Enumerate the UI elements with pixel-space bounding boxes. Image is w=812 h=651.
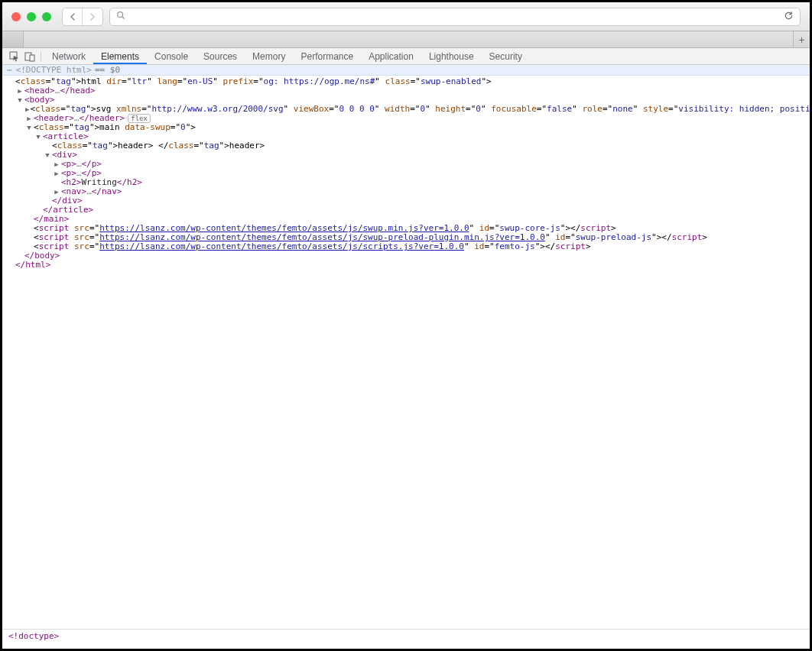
expand-toggle-icon[interactable]: ▶ xyxy=(25,114,33,123)
svg-rect-4 xyxy=(30,55,34,61)
tab-performance[interactable]: Performance xyxy=(293,48,361,64)
separator xyxy=(41,51,41,62)
browser-tab-bar: + xyxy=(2,31,810,48)
tab-spacer xyxy=(24,31,793,47)
dom-node[interactable]: ▶ <p>…</p> xyxy=(2,160,810,169)
dom-code: </html> xyxy=(15,261,50,270)
tab-memory[interactable]: Memory xyxy=(245,48,293,64)
expand-toggle-icon[interactable]: ▶ xyxy=(53,160,60,169)
selected-marker: == $0 xyxy=(95,65,120,75)
dom-node[interactable]: <class="tag">html dir="ltr" lang="en-US"… xyxy=(2,77,810,86)
dom-node[interactable]: </html> xyxy=(2,261,810,270)
nav-buttons xyxy=(62,8,103,26)
search-icon xyxy=(116,11,125,22)
tab-sources[interactable]: Sources xyxy=(196,48,245,64)
dom-code: <class="tag">svg xmlns="http://www.w3.or… xyxy=(30,105,810,114)
tab-lighthouse[interactable]: Lighthouse xyxy=(421,48,482,64)
devtools-tabs: Network Elements Console Sources Memory … xyxy=(44,48,530,64)
tab-network[interactable]: Network xyxy=(44,48,93,64)
tab-console[interactable]: Console xyxy=(147,48,196,64)
expand-toggle-icon[interactable]: ▶ xyxy=(16,86,24,96)
dom-node[interactable]: ▶ <nav>…</nav> xyxy=(2,187,810,196)
collapse-toggle-icon[interactable]: ▼ xyxy=(25,123,33,132)
device-toolbar-icon[interactable] xyxy=(22,48,37,64)
forward-button[interactable] xyxy=(83,8,102,25)
collapse-toggle-icon[interactable]: ▼ xyxy=(44,151,51,160)
dom-tree[interactable]: <class="tag">html dir="ltr" lang="en-US"… xyxy=(2,76,810,643)
devtools-toolbar: Network Elements Console Sources Memory … xyxy=(2,48,810,65)
dom-node[interactable]: </body> xyxy=(2,251,810,261)
dom-code: <class="tag">header> </class="tag">heade… xyxy=(52,141,265,151)
tab-elements[interactable]: Elements xyxy=(93,48,147,64)
safari-toolbar xyxy=(2,2,810,31)
window-maximize-button[interactable] xyxy=(42,12,51,21)
collapse-toggle-icon[interactable]: ▼ xyxy=(16,96,24,105)
selected-node-row[interactable]: ⋯ <!DOCTYPE html> == $0 xyxy=(2,65,810,76)
window-minimize-button[interactable] xyxy=(27,12,36,21)
expand-toggle-icon[interactable]: ▶ xyxy=(53,169,60,178)
traffic-lights xyxy=(11,12,51,21)
tab-security[interactable]: Security xyxy=(482,48,530,64)
breadcrumb[interactable]: <!doctype> xyxy=(2,629,810,643)
dom-node[interactable]: </div> xyxy=(2,196,810,206)
expand-toggle-icon[interactable]: ▶ xyxy=(25,105,29,114)
doctype-text: <!DOCTYPE html> xyxy=(16,65,92,75)
dom-node[interactable]: </article> xyxy=(2,206,810,215)
dom-node[interactable]: <h2>Writing</h2> xyxy=(2,178,810,187)
tab-application[interactable]: Application xyxy=(361,48,421,64)
url-bar[interactable] xyxy=(109,8,801,26)
dom-node[interactable]: <script src="https://lsanz.com/wp-conten… xyxy=(2,242,810,251)
dom-code: <script src="https://lsanz.com/wp-conten… xyxy=(34,242,591,251)
browser-tab[interactable] xyxy=(2,31,24,47)
dom-node[interactable]: <class="tag">header> </class="tag">heade… xyxy=(2,141,810,151)
dom-node[interactable]: ▼ <div> xyxy=(2,151,810,160)
svg-line-1 xyxy=(122,17,125,19)
window-close-button[interactable] xyxy=(11,12,21,21)
dom-node[interactable]: ▶ <head>…</head> xyxy=(2,86,810,96)
ellipsis-icon: ⋯ xyxy=(7,65,13,75)
breadcrumb-item[interactable]: <!doctype> xyxy=(8,632,59,641)
new-tab-button[interactable]: + xyxy=(793,31,810,47)
reload-icon[interactable] xyxy=(784,11,794,23)
dom-node[interactable]: ▼ <class="tag">main data-swup="0"> xyxy=(2,123,810,132)
inspect-element-icon[interactable] xyxy=(7,48,22,64)
collapse-toggle-icon[interactable]: ▼ xyxy=(34,132,42,141)
back-button[interactable] xyxy=(63,8,83,25)
